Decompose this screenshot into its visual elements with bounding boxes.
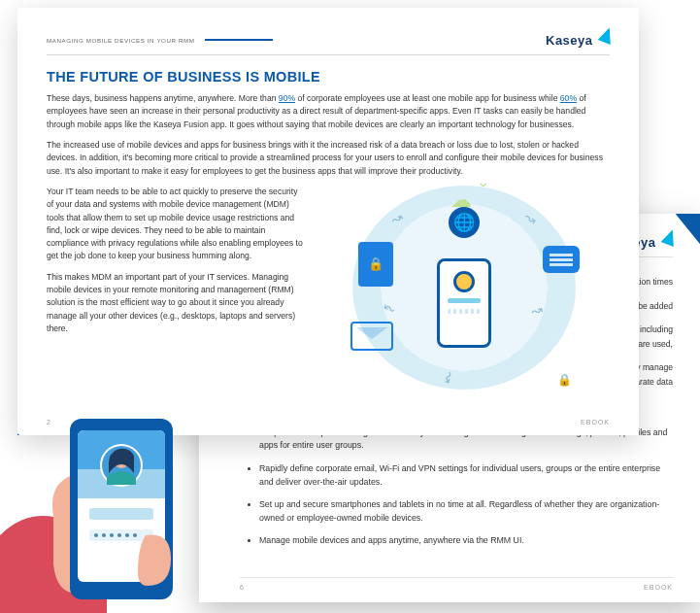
password-dots-icon (448, 309, 481, 314)
arrow-icon: ↝ (522, 209, 540, 228)
paragraph-1: These days, business happens anytime, an… (47, 92, 610, 131)
document-lock-icon (358, 242, 393, 287)
page2-illustration: ⌵ ☁ 🌐 ↝ ↝ ↝ ↝ ↝ (319, 186, 610, 390)
brand-mark-icon (598, 25, 617, 45)
page-number: 6 (240, 584, 245, 591)
paragraph-4: This makes MDM an important part of your… (47, 271, 306, 336)
stat-link-90[interactable]: 90% (279, 93, 295, 103)
paragraph-3: Your IT team needs to be able to act qui… (47, 186, 306, 263)
list-item: Manage mobile devices and apps anytime, … (259, 534, 673, 548)
paragraph-2: The increased use of mobile devices and … (47, 139, 610, 178)
page6-footer: 6 EBOOK (240, 577, 673, 591)
svg-point-11 (102, 533, 106, 537)
svg-point-10 (94, 533, 98, 537)
svg-point-15 (133, 533, 137, 537)
list-item: Rapidly define corporate email, Wi-Fi an… (259, 462, 673, 489)
arrow-icon: ↝ (529, 300, 546, 319)
svg-rect-8 (89, 508, 153, 520)
arrow-icon: ↝ (441, 371, 458, 386)
hand-phone-illustration (0, 341, 233, 613)
page-title: THE FUTURE OF BUSINESS IS MOBILE (47, 69, 610, 85)
brand-name: Kaseya (546, 33, 593, 48)
field-bar-icon (448, 298, 481, 303)
wifi-icon: ⌵ (480, 176, 486, 189)
avatar-icon (453, 271, 475, 292)
mdm-hero-graphic: ⌵ ☁ 🌐 ↝ ↝ ↝ ↝ ↝ (352, 186, 576, 390)
stat-link-60[interactable]: 60% (560, 93, 577, 103)
arrow-icon: ↝ (388, 209, 406, 228)
chat-icon (543, 246, 580, 273)
footer-label: EBOOK (581, 419, 610, 426)
arrow-icon: ↝ (382, 300, 398, 319)
kaseya-logo: Kaseya (546, 31, 610, 49)
running-head: MANAGING MOBILE DEVICES IN YOUR RMM (47, 37, 273, 44)
svg-point-12 (110, 533, 114, 537)
list-item: Set up and secure smartphones and tablet… (259, 498, 673, 525)
globe-icon: 🌐 (449, 207, 480, 238)
page2-header: MANAGING MOBILE DEVICES IN YOUR RMM Kase… (47, 31, 610, 55)
footer-label: EBOOK (644, 584, 673, 591)
svg-point-14 (125, 533, 129, 537)
profile-bullets: Simple user template management allows y… (240, 426, 673, 548)
phone-icon (437, 258, 491, 348)
mail-icon (350, 322, 393, 351)
svg-point-13 (117, 533, 121, 537)
